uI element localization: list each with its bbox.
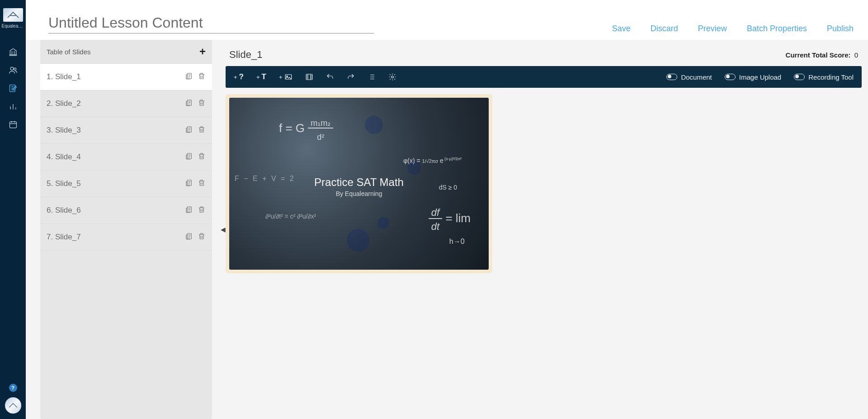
editor-toolbar: +? +T + [226,66,862,88]
score-value: 0 [854,51,858,59]
toggle-icon [725,74,736,80]
copy-slide-button[interactable] [185,125,193,135]
list-icon [368,73,376,81]
list-button[interactable] [368,73,376,81]
delete-slide-button[interactable] [198,205,206,215]
trash-icon [198,152,206,160]
copy-slide-button[interactable] [185,205,193,215]
plus-icon: + [279,74,283,81]
image-icon [284,73,292,81]
copy-icon [185,232,193,240]
delete-slide-button[interactable] [198,232,206,242]
slide-list: 1. Slide_12. Slide_23. Slide_34. Slide_4… [40,64,212,419]
trash-icon [198,125,206,133]
top-actions: Save Discard Preview Batch Properties Pu… [612,24,854,33]
copy-icon [185,99,193,107]
slide-item-label: 6. Slide_6 [47,206,81,215]
add-video-button[interactable] [305,73,313,81]
svg-rect-13 [306,74,312,80]
plus-icon: + [234,74,237,81]
redo-icon [347,73,355,81]
score-label: Current Total Score: [786,51,851,59]
collapse-panel-button[interactable]: ◀ [220,40,226,419]
copy-slide-button[interactable] [185,179,193,189]
slide-canvas[interactable]: f = G m₁m₂d² φ(x) = 1/√2πσ e (x-μ)²/2σ² … [226,94,492,273]
slide-item-label: 5. Slide_5 [47,179,81,188]
slide-item[interactable]: 2. Slide_2 [40,90,212,117]
svg-point-0 [10,67,14,70]
undo-icon [326,73,334,81]
score-display: Current Total Score: 0 [786,51,858,59]
slide-item[interactable]: 6. Slide_6 [40,197,212,224]
document-toggle-label: Document [681,73,712,81]
help-button[interactable]: ? [9,384,17,392]
slide-item[interactable]: 4. Slide_4 [40,144,212,171]
toggle-icon [794,74,805,80]
recording-tool-toggle-label: Recording Tool [808,73,854,81]
add-slide-button[interactable]: + [199,46,206,57]
copy-slide-button[interactable] [185,72,193,82]
slide-item-label: 7. Slide_7 [47,233,81,242]
copy-icon [185,152,193,160]
copy-slide-button[interactable] [185,232,193,242]
bar-chart-icon [9,102,18,111]
svg-point-14 [391,76,393,78]
chalkboard-image: f = G m₁m₂d² φ(x) = 1/√2πσ e (x-μ)²/2σ² … [229,98,489,270]
document-toggle[interactable]: Document [666,73,712,81]
gear-icon [388,73,396,81]
slide-item-label: 3. Slide_3 [47,126,81,135]
toggle-icon [666,74,677,80]
slide-item[interactable]: 1. Slide_1 [40,64,212,90]
delete-slide-button[interactable] [198,152,206,162]
side-nav: Equalear… ? [0,0,26,419]
image-upload-toggle[interactable]: Image Upload [725,73,781,81]
add-text-button[interactable]: +T [256,72,266,81]
settings-button[interactable] [388,73,396,81]
slide-item[interactable]: 3. Slide_3 [40,117,212,144]
image-upload-toggle-label: Image Upload [739,73,781,81]
slide-content-subtitle: By Equalearning [336,190,382,197]
copy-icon [185,125,193,133]
undo-button[interactable] [326,73,334,81]
delete-slide-button[interactable] [198,179,206,189]
delete-slide-button[interactable] [198,125,206,135]
redo-button[interactable] [347,73,355,81]
recording-tool-toggle[interactable]: Recording Tool [794,73,854,81]
add-question-button[interactable]: +? [234,72,244,81]
discard-button[interactable]: Discard [651,24,678,33]
copy-slide-button[interactable] [185,99,193,109]
topbar: Save Discard Preview Batch Properties Pu… [26,0,868,40]
people-icon [9,66,18,75]
trash-icon [198,232,206,240]
preview-button[interactable]: Preview [698,24,727,33]
brand-logo[interactable] [3,8,23,22]
add-image-button[interactable]: + [279,73,292,81]
slide-item[interactable]: 7. Slide_7 [40,224,212,251]
trash-icon [198,205,206,214]
slide-item[interactable]: 5. Slide_5 [40,171,212,197]
slide-content-title: Practice SAT Math [314,176,404,189]
nav-people[interactable] [0,61,26,79]
save-button[interactable]: Save [612,24,631,33]
batch-properties-button[interactable]: Batch Properties [747,24,807,33]
slide-name-label: Slide_1 [229,49,262,61]
publish-button[interactable]: Publish [827,24,854,33]
lesson-title-input[interactable] [48,14,374,33]
avatar[interactable] [5,397,21,414]
slides-panel: Table of Slides + 1. Slide_12. Slide_23.… [40,40,212,419]
copy-slide-button[interactable] [185,152,193,162]
nav-calendar[interactable] [0,115,26,133]
bank-icon [9,48,18,57]
svg-point-1 [14,68,16,70]
nav-institution[interactable] [0,43,26,61]
delete-slide-button[interactable] [198,72,206,82]
trash-icon [198,72,206,80]
copy-icon [185,72,193,80]
editor: Slide_1 Current Total Score: 0 +? +T + [226,40,868,419]
nav-edit-content[interactable] [0,79,26,97]
nav-analytics[interactable] [0,97,26,115]
calendar-icon [9,120,18,129]
copy-icon [185,179,193,187]
brand-label: Equalear… [2,24,24,29]
delete-slide-button[interactable] [198,99,206,109]
